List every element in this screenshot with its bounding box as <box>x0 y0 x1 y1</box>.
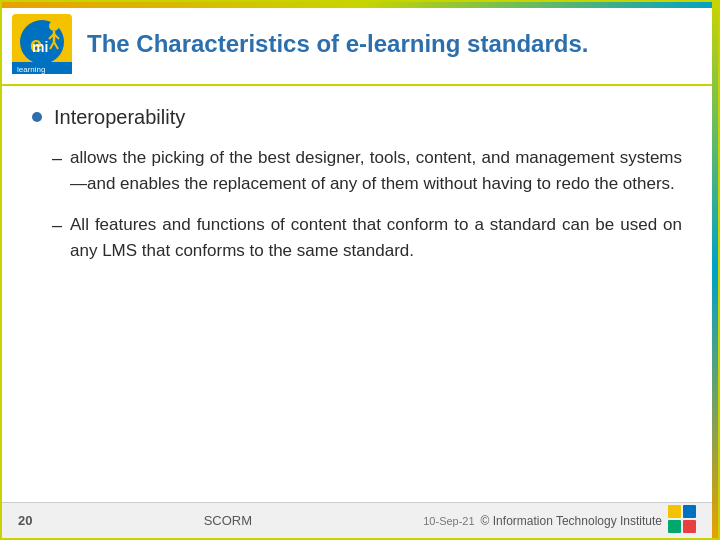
svg-rect-15 <box>683 520 696 533</box>
bullet-dot-icon <box>32 112 42 122</box>
footer-logo-icon <box>668 505 696 537</box>
main-bullet: Interoperability <box>32 106 682 129</box>
footer-right-section: 10-Sep-21 © Information Technology Insti… <box>423 505 696 537</box>
logo: e mi learning <box>12 14 72 74</box>
dash-text-2: All features and functions of content th… <box>70 212 682 265</box>
svg-rect-12 <box>668 505 681 518</box>
dash-item-2: – All features and functions of content … <box>52 212 682 265</box>
footer-page-number: 20 <box>18 513 32 528</box>
svg-rect-14 <box>668 520 681 533</box>
footer-date: 10-Sep-21 <box>423 515 474 527</box>
footer-center-label: SCORM <box>204 513 252 528</box>
slide-content: Interoperability – allows the picking of… <box>2 86 712 298</box>
svg-text:learning: learning <box>17 65 45 74</box>
svg-point-3 <box>49 21 59 31</box>
footer-copyright: © Information Technology Institute <box>481 514 662 528</box>
slide-title: The Characteristics of e-learning standa… <box>87 30 588 59</box>
top-bar <box>2 2 718 8</box>
slide-header: e mi learning The Characteristics of e-l… <box>2 2 712 86</box>
slide-footer: 20 SCORM 10-Sep-21 © Information Technol… <box>2 502 712 538</box>
dash-icon-1: – <box>52 145 62 172</box>
right-bar <box>712 2 718 538</box>
dash-items-list: – allows the picking of the best designe… <box>32 145 682 264</box>
slide-container: e mi learning The Characteristics of e-l… <box>0 0 720 540</box>
svg-rect-13 <box>683 505 696 518</box>
bullet-label: Interoperability <box>54 106 185 129</box>
dash-text-1: allows the picking of the best designer,… <box>70 145 682 198</box>
svg-text:mi: mi <box>32 39 48 55</box>
dash-icon-2: – <box>52 212 62 239</box>
dash-item-1: – allows the picking of the best designe… <box>52 145 682 198</box>
